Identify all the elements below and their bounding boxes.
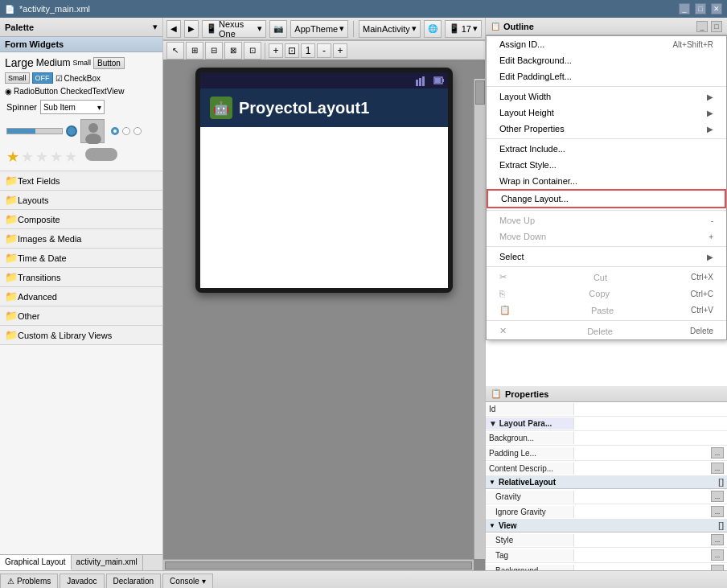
- menu-extract-include[interactable]: Extract Include...: [487, 141, 726, 157]
- outline-min-btn[interactable]: _: [696, 21, 708, 32]
- prop-background2-value[interactable]: ...: [574, 563, 727, 570]
- small-btn[interactable]: Small: [5, 72, 30, 84]
- prop-padding-le-browse[interactable]: ...: [711, 447, 724, 458]
- horizontal-scrollbar[interactable]: [163, 559, 474, 570]
- prop-tag-value[interactable]: ...: [574, 548, 727, 562]
- activity-selector[interactable]: MainActivity ▾: [359, 20, 421, 38]
- prop-gravity-browse[interactable]: ...: [711, 491, 724, 502]
- tool-4[interactable]: ⊠: [224, 42, 242, 60]
- prop-layout-params-value[interactable]: [574, 422, 727, 426]
- star-4[interactable]: ★: [50, 148, 63, 166]
- prop-padding-le-value[interactable]: ...: [574, 446, 727, 460]
- device-frame: 🤖 ProyectoLayout1: [195, 68, 453, 293]
- api-selector[interactable]: 📱 17 ▾: [445, 20, 482, 38]
- menu-wrap-container[interactable]: Wrap in Container...: [487, 173, 726, 189]
- tool-3[interactable]: ⊟: [205, 42, 223, 60]
- prop-id-value[interactable]: [574, 407, 727, 412]
- button-widget[interactable]: Button: [93, 57, 125, 69]
- prop-style-browse[interactable]: ...: [711, 534, 724, 545]
- prop-ignore-gravity-browse[interactable]: ...: [711, 506, 724, 517]
- star-1[interactable]: ★: [6, 148, 19, 166]
- category-other[interactable]: 📁 Other: [0, 306, 162, 326]
- next-btn[interactable]: ▶: [184, 20, 199, 38]
- spinner-box[interactable]: Sub Item ▾: [40, 100, 105, 114]
- console-dropdown[interactable]: ▾: [202, 577, 206, 586]
- close-btn[interactable]: ✕: [711, 3, 722, 14]
- prop-content-desc-value[interactable]: ...: [574, 461, 727, 475]
- vertical-scrollbar[interactable]: [474, 79, 485, 559]
- textview-large[interactable]: Large: [5, 56, 34, 69]
- prop-ignore-gravity-value[interactable]: ...: [574, 504, 727, 519]
- canvas-area[interactable]: 🤖 ProyectoLayout1: [163, 60, 485, 570]
- outline-max-btn[interactable]: □: [711, 21, 722, 32]
- category-advanced[interactable]: 📁 Advanced: [0, 287, 162, 306]
- tab-javadoc[interactable]: Javadoc: [60, 574, 104, 588]
- select-tool-btn[interactable]: ↖: [166, 42, 184, 60]
- tab-console[interactable]: Console ▾: [162, 574, 213, 588]
- menu-change-layout[interactable]: Change Layout...: [487, 189, 726, 208]
- tab-declaration[interactable]: Declaration: [106, 574, 162, 588]
- tool-5[interactable]: ⊡: [244, 42, 261, 60]
- tab-activity-xml[interactable]: activity_main.xml: [72, 555, 143, 570]
- category-composite[interactable]: 📁 Composite: [0, 210, 162, 229]
- prop-background2-browse[interactable]: ...: [711, 565, 724, 570]
- checkbox-widget[interactable]: ☑ CheckBox: [55, 74, 101, 83]
- menu-edit-padding-left[interactable]: Edit PaddingLeft...: [487, 68, 726, 84]
- prop-background-value[interactable]: [574, 437, 727, 440]
- maximize-btn[interactable]: □: [695, 3, 706, 14]
- seek-circle[interactable]: [66, 125, 77, 137]
- menu-assign-id[interactable]: Assign ID... Alt+Shift+R: [487, 36, 726, 52]
- tab-problems[interactable]: ⚠ Problems: [0, 574, 58, 588]
- zoom-in-btn[interactable]: +: [269, 43, 283, 58]
- prop-view-section[interactable]: ▼ View []: [486, 520, 727, 532]
- textview-medium[interactable]: Medium: [36, 57, 71, 68]
- menu-edit-background[interactable]: Edit Background...: [487, 52, 726, 68]
- zoom-out-btn[interactable]: -: [317, 43, 331, 58]
- layout-tool-btn[interactable]: ⊞: [186, 42, 203, 60]
- star-5[interactable]: ★: [64, 148, 77, 166]
- device-selector[interactable]: 📱 Nexus One ▾: [202, 20, 266, 38]
- prop-tag-browse[interactable]: ...: [711, 549, 724, 561]
- prop-id-label: Id: [486, 403, 574, 415]
- category-layouts[interactable]: 📁 Layouts: [0, 191, 162, 210]
- category-transitions[interactable]: 📁 Transitions: [0, 268, 162, 287]
- category-time-date[interactable]: 📁 Time & Date: [0, 249, 162, 268]
- category-text-fields[interactable]: 📁 Text Fields: [0, 171, 162, 191]
- toggle-switch[interactable]: [85, 148, 117, 161]
- prev-btn[interactable]: ◀: [166, 20, 181, 38]
- menu-sep-2: [487, 138, 726, 139]
- radio-dot-2[interactable]: [122, 127, 130, 135]
- theme-selector[interactable]: AppTheme ▾: [290, 20, 348, 38]
- canvas-tools: ↖ ⊞ ⊟ ⊠ ⊡: [166, 42, 261, 60]
- zoom-actual-btn[interactable]: 1: [301, 43, 315, 58]
- category-images-media[interactable]: 📁 Images & Media: [0, 229, 162, 249]
- radiobutton-widget[interactable]: ◉ RadioButton: [5, 87, 58, 96]
- radio-dot-1[interactable]: [111, 127, 119, 135]
- zoom-in2-btn[interactable]: +: [333, 43, 347, 58]
- h-scrollbar-thumb[interactable]: [165, 561, 472, 569]
- star-2[interactable]: ★: [21, 148, 34, 166]
- tab-graphical-layout[interactable]: Graphical Layout: [0, 555, 72, 570]
- textview-small[interactable]: Small: [73, 59, 92, 67]
- prop-tag-label: Tag: [486, 549, 574, 561]
- screenshot-btn[interactable]: 📷: [269, 20, 287, 38]
- prop-gravity-value[interactable]: ...: [574, 489, 727, 504]
- minimize-btn[interactable]: _: [679, 3, 690, 14]
- menu-other-properties[interactable]: Other Properties ▶: [487, 121, 726, 137]
- layouts-icon: 📁: [5, 194, 18, 206]
- prop-content-desc-browse[interactable]: ...: [711, 463, 724, 474]
- prop-style-value[interactable]: ...: [574, 532, 727, 547]
- zoom-fit-btn[interactable]: ⊡: [285, 43, 299, 58]
- radio-dot-3[interactable]: [133, 127, 142, 135]
- star-3[interactable]: ★: [35, 148, 48, 166]
- globe-btn[interactable]: 🌐: [424, 20, 442, 38]
- category-custom-library[interactable]: 📁 Custom & Library Views: [0, 326, 162, 345]
- menu-select[interactable]: Select ▶: [487, 249, 726, 265]
- off-btn[interactable]: OFF: [32, 72, 53, 84]
- menu-layout-width[interactable]: Layout Width ▶: [487, 88, 726, 105]
- menu-extract-style[interactable]: Extract Style...: [487, 157, 726, 173]
- checkedtextview-widget[interactable]: CheckedTextView: [60, 87, 124, 96]
- menu-layout-height[interactable]: Layout Height ▶: [487, 105, 726, 121]
- prop-relative-layout-section[interactable]: ▼ RelativeLayout []: [486, 476, 727, 489]
- palette-dropdown-icon[interactable]: ▾: [153, 22, 158, 32]
